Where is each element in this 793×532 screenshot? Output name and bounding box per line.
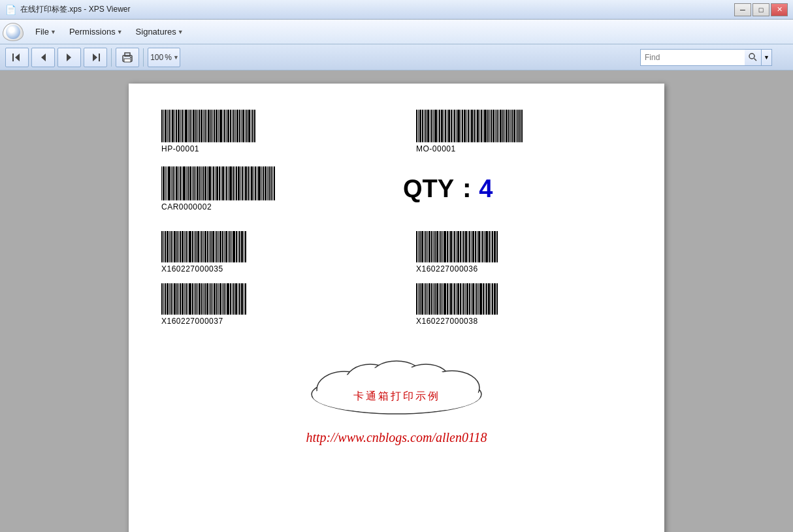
svg-rect-45 [219, 110, 222, 142]
search-box: ▼ [640, 49, 772, 66]
svg-rect-321 [431, 283, 432, 315]
first-page-button[interactable] [5, 48, 29, 67]
svg-rect-257 [477, 231, 477, 262]
svg-rect-352 [491, 283, 491, 315]
svg-rect-148 [215, 166, 216, 200]
search-input[interactable] [640, 49, 745, 66]
svg-rect-238 [440, 231, 442, 262]
prev-page-button[interactable] [31, 48, 55, 67]
menu-permissions[interactable]: Permissions ▼ [64, 24, 128, 39]
svg-rect-129 [178, 166, 179, 200]
menu-signatures[interactable]: Signatures ▼ [131, 24, 189, 39]
separator-2 [143, 48, 144, 67]
svg-rect-50 [230, 110, 231, 142]
svg-rect-30 [191, 110, 192, 142]
window-icon: 📄 [5, 5, 16, 15]
file-arrow-icon: ▼ [50, 29, 56, 35]
svg-rect-233 [431, 231, 432, 262]
barcode-hp-label: HP-00001 [161, 144, 199, 153]
maximize-button[interactable]: □ [753, 3, 769, 16]
svg-rect-150 [219, 166, 220, 200]
svg-rect-277 [178, 283, 179, 315]
svg-rect-144 [207, 166, 208, 200]
next-page-button[interactable] [57, 48, 81, 67]
svg-rect-72 [431, 110, 432, 142]
svg-rect-135 [189, 166, 191, 200]
search-dropdown-button[interactable]: ▼ [762, 49, 772, 66]
close-button[interactable]: ✕ [771, 3, 788, 16]
svg-rect-263 [489, 231, 490, 262]
svg-rect-154 [226, 166, 227, 200]
svg-rect-350 [486, 283, 487, 315]
menu-file[interactable]: File ▼ [30, 24, 61, 39]
svg-rect-198 [195, 231, 197, 262]
barcode-row-2: CAR0000002 QTY： 4 [161, 166, 632, 211]
svg-rect-26 [184, 110, 184, 142]
svg-rect-252 [468, 231, 468, 262]
zoom-display[interactable]: 100 % ▼ [148, 48, 180, 67]
svg-rect-14 [161, 110, 163, 142]
svg-rect-76 [439, 110, 440, 142]
svg-rect-62 [252, 110, 253, 142]
svg-rect-325 [439, 283, 440, 315]
svg-rect-262 [485, 231, 488, 262]
svg-rect-179 [274, 166, 275, 200]
svg-rect-71 [430, 110, 430, 142]
search-button[interactable] [745, 49, 762, 66]
svg-rect-311 [244, 283, 244, 315]
url-section: http://www.cnblogs.com/allen0118 [161, 430, 632, 445]
svg-rect-213 [224, 231, 225, 262]
svg-rect-318 [425, 283, 427, 315]
svg-rect-73 [433, 110, 434, 142]
svg-rect-341 [469, 283, 470, 315]
svg-rect-89 [464, 110, 466, 142]
svg-rect-143 [204, 166, 206, 200]
svg-rect-39 [208, 110, 210, 142]
last-page-button[interactable] [84, 48, 107, 67]
svg-rect-269 [163, 283, 164, 315]
svg-rect-82 [451, 110, 452, 142]
svg-rect-110 [504, 110, 505, 142]
svg-rect-133 [186, 166, 187, 200]
app-logo [3, 23, 24, 41]
svg-rect-212 [222, 231, 223, 262]
svg-rect-177 [270, 166, 272, 200]
svg-rect-217 [231, 231, 232, 262]
minimize-button[interactable]: ─ [734, 3, 751, 16]
svg-rect-237 [439, 231, 440, 262]
svg-rect-123 [167, 166, 167, 200]
svg-rect-31 [193, 110, 195, 142]
svg-rect-93 [471, 110, 473, 142]
barcode-item-car: CAR0000002 [161, 166, 390, 211]
svg-rect-234 [433, 231, 434, 262]
svg-marker-2 [41, 54, 46, 61]
qty-label: QTY： [403, 172, 479, 206]
svg-marker-3 [67, 54, 71, 61]
svg-rect-191 [182, 231, 184, 262]
svg-rect-147 [213, 166, 214, 200]
svg-rect-51 [232, 110, 233, 142]
barcode-hp-svg [161, 110, 256, 142]
svg-rect-111 [506, 110, 508, 142]
svg-rect-285 [194, 283, 195, 315]
svg-rect-20 [172, 110, 174, 142]
svg-rect-205 [209, 231, 210, 262]
svg-rect-231 [427, 231, 428, 262]
print-button[interactable] [116, 48, 139, 67]
svg-rect-278 [180, 283, 181, 315]
svg-rect-348 [483, 283, 484, 315]
svg-rect-284 [192, 283, 193, 315]
svg-rect-336 [460, 283, 461, 315]
svg-rect-347 [479, 283, 482, 315]
svg-rect-305 [232, 283, 233, 315]
svg-rect-279 [182, 283, 184, 315]
svg-rect-255 [472, 231, 474, 262]
svg-rect-142 [202, 166, 204, 200]
svg-rect-104 [493, 110, 494, 142]
svg-rect-127 [174, 166, 175, 200]
barcode-37-svg [161, 283, 246, 315]
svg-rect-66 [419, 110, 421, 142]
url-text: http://www.cnblogs.com/allen0118 [306, 430, 487, 445]
svg-rect-102 [489, 110, 490, 142]
svg-rect-246 [456, 231, 457, 262]
